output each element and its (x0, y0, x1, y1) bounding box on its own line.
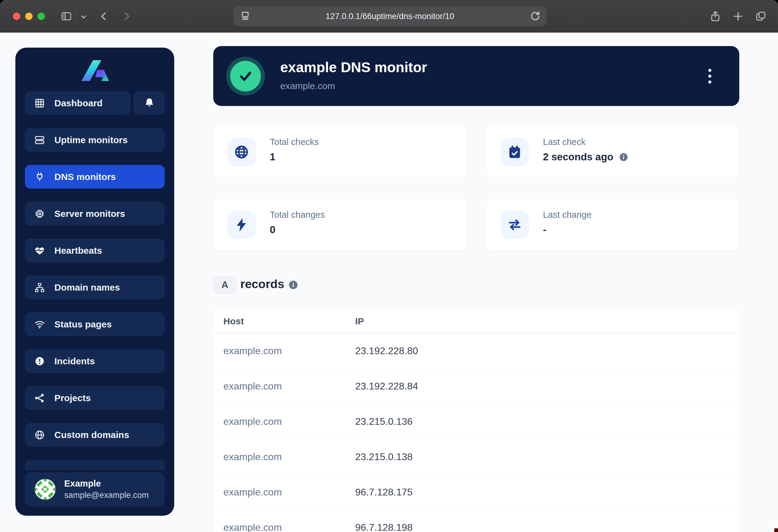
share-icon[interactable] (709, 10, 721, 22)
avatar (35, 479, 56, 500)
stat-card-last-check: Last check 2 seconds ago (486, 126, 739, 177)
screen-corner-artifact (774, 528, 778, 532)
host-cell: example.com (223, 486, 355, 498)
grid-icon (34, 98, 45, 109)
stat-card-total-changes: Total changes 0 (213, 199, 466, 250)
table-row: example.com 96.7.128.198 (213, 510, 739, 532)
sidebar-item-heartbeats[interactable]: Heartbeats (25, 239, 165, 262)
back-icon[interactable] (98, 10, 110, 22)
sidebar-item-projects[interactable]: Projects (25, 386, 165, 410)
toolbar-divider (76, 11, 77, 21)
bolt-icon (227, 211, 256, 239)
calendar-check-icon (500, 138, 529, 166)
reload-icon[interactable] (529, 10, 541, 22)
cpu-icon (34, 208, 45, 219)
sidebar-item-partial[interactable] (25, 460, 165, 470)
host-cell: example.com (223, 522, 355, 532)
sidebar-item-label: Domain names (54, 282, 120, 293)
sidebar-item-status-pages[interactable]: Status pages (25, 313, 165, 336)
sidebar-item-server-monitors[interactable]: Server monitors (25, 202, 165, 226)
sidebar-item-uptime-monitors[interactable]: Uptime monitors (25, 128, 165, 152)
globe-icon (227, 138, 256, 166)
monitor-header-card: example DNS monitor example.com (213, 46, 739, 106)
sitemap-icon (34, 282, 45, 293)
swap-arrows-icon (500, 211, 529, 239)
sidebar-toggle-icon[interactable] (60, 10, 73, 22)
user-name: Example (64, 478, 149, 489)
monitor-title: example DNS monitor (280, 59, 427, 76)
stat-card-total-checks: Total checks 1 (213, 126, 466, 177)
share-nodes-icon (34, 392, 45, 404)
url-text: 127.0.0.1/66uptime/dns-monitor/10 (326, 12, 455, 21)
monitor-subtitle: example.com (280, 81, 335, 91)
stat-value: 1 (270, 151, 275, 163)
app-logo-icon (79, 59, 111, 89)
globe-icon (34, 429, 45, 440)
address-bar[interactable]: 127.0.0.1/66uptime/dns-monitor/10 (234, 6, 546, 26)
table-row: example.com 96.7.128.175 (213, 474, 739, 510)
sidebar-item-label: DNS monitors (54, 172, 116, 182)
chevron-down-icon[interactable] (78, 12, 89, 22)
ip-cell: 23.215.0.136 (355, 416, 413, 427)
column-header-host: Host (223, 316, 355, 327)
stat-label: Last change (543, 210, 592, 220)
kebab-menu-icon[interactable] (702, 65, 718, 87)
page-settings-icon[interactable] (239, 10, 251, 22)
sidebar-item-label: Incidents (54, 356, 95, 366)
host-cell: example.com (223, 451, 355, 463)
record-type-badge: A (213, 276, 237, 294)
table-row: example.com 23.215.0.136 (213, 404, 739, 439)
stat-label: Total checks (270, 137, 319, 147)
table-row: example.com 23.215.0.138 (213, 439, 739, 474)
sidebar-item-label: Projects (54, 393, 91, 403)
sidebar-item-dashboard[interactable]: Dashboard (25, 91, 131, 115)
browser-window: 127.0.0.1/66uptime/dns-monitor/10 (0, 0, 778, 532)
host-cell: example.com (223, 345, 355, 357)
host-cell: example.com (223, 416, 355, 427)
exclamation-circle-icon (34, 356, 45, 367)
info-icon[interactable] (619, 152, 628, 162)
minimize-window-button[interactable] (25, 13, 32, 20)
records-table: Host IP example.com 23.192.228.80 exampl… (213, 309, 739, 532)
bell-icon (144, 97, 155, 109)
records-title: records (240, 277, 284, 291)
stat-label: Last check (543, 137, 586, 147)
table-row: example.com 23.192.228.84 (213, 369, 739, 404)
sidebar-item-label: Custom domains (54, 430, 129, 440)
browser-toolbar: 127.0.0.1/66uptime/dns-monitor/10 (0, 0, 778, 32)
user-profile[interactable]: Example sample@example.com (25, 472, 165, 506)
plug-icon (34, 171, 45, 182)
tab-overview-icon[interactable] (755, 10, 767, 22)
server-stack-icon (34, 135, 45, 146)
sidebar-item-label: Dashboard (54, 98, 103, 108)
ip-cell: 96.7.128.198 (355, 522, 413, 532)
zoom-window-button[interactable] (37, 13, 45, 20)
ip-cell: 23.192.228.80 (355, 345, 418, 357)
column-header-ip: IP (355, 316, 364, 327)
ip-cell: 23.215.0.138 (355, 451, 413, 463)
stat-card-last-change: Last change - (486, 199, 739, 250)
info-icon[interactable] (288, 280, 298, 290)
host-cell: example.com (223, 380, 355, 392)
sidebar-item-label: Server monitors (54, 208, 125, 219)
sidebar-item-domain-names[interactable]: Domain names (25, 275, 165, 299)
notifications-button[interactable] (134, 91, 165, 115)
ip-cell: 23.192.228.84 (355, 380, 418, 392)
sidebar: Dashboard (15, 48, 174, 516)
table-header: Host IP (213, 309, 739, 333)
sidebar-item-incidents[interactable]: Incidents (25, 349, 165, 373)
traffic-lights (13, 13, 45, 20)
new-tab-icon[interactable] (732, 10, 744, 22)
sidebar-nav: Dashboard (25, 91, 165, 470)
table-row: example.com 23.192.228.80 (213, 333, 739, 369)
user-email: sample@example.com (64, 491, 149, 500)
wifi-icon (34, 319, 45, 330)
sidebar-item-dns-monitors[interactable]: DNS monitors (25, 165, 165, 189)
heart-pulse-icon (34, 245, 45, 256)
check-circle-icon (230, 61, 261, 92)
forward-icon[interactable] (121, 10, 133, 22)
sidebar-item-label: Uptime monitors (54, 135, 128, 145)
stat-value: 2 seconds ago (543, 151, 613, 163)
sidebar-item-custom-domains[interactable]: Custom domains (25, 423, 165, 447)
close-window-button[interactable] (13, 13, 20, 20)
